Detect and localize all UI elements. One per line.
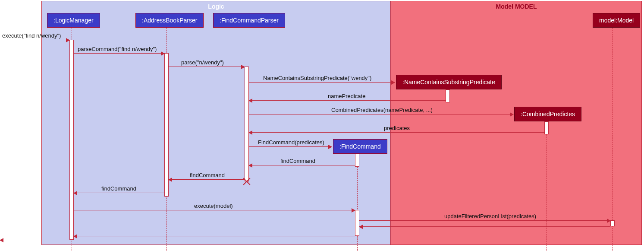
container-logic-title: Logic — [208, 3, 224, 10]
arrow-findcommand-return3 — [74, 193, 164, 193]
lifeline-model — [613, 28, 613, 251]
arrow-parse — [169, 67, 245, 67]
arrow-predicates-return — [249, 132, 544, 133]
arrow-findcommand-return2 — [169, 179, 245, 180]
arrow-external-return — [0, 240, 69, 240]
activation-model — [610, 220, 615, 226]
arrow-parsecommand — [74, 53, 164, 54]
arrow-update-list — [359, 220, 610, 221]
participant-combined-predicates: :CombinedPredictes — [514, 107, 581, 121]
msg-execute-find: execute("find n/wendy") — [2, 32, 61, 39]
lifeline-find-command — [357, 154, 358, 251]
msg-update-list: updateFilteredPersonList(predicates) — [444, 213, 536, 219]
arrow-execute-return — [74, 236, 355, 236]
arrow-name-predicate-create — [249, 82, 395, 83]
msg-name-predicate-return: namePredicate — [328, 93, 365, 99]
msg-findcommand-return2: findCommand — [190, 172, 225, 178]
arrow-execute-find — [0, 40, 69, 40]
msg-parsecommand: parseCommand("find n/wendy") — [78, 46, 157, 52]
msg-findcommand-return3: findCommand — [101, 185, 136, 192]
msg-name-predicate-create: NameContainsSubstringPredicate("wendy") — [263, 75, 371, 81]
msg-findcommand-create: FindCommand(predicates) — [258, 139, 324, 146]
activation-find-command-execute — [355, 210, 359, 236]
activation-logic-manager — [69, 40, 74, 240]
participant-name-predicate: :NameContainsSubstringPredicate — [396, 75, 502, 89]
participant-logic-manager: :LogicManager — [47, 13, 100, 28]
participant-find-command: :FindCommand — [333, 139, 387, 154]
msg-parse: parse("n/wendy") — [181, 59, 224, 66]
container-model: Model MODEL — [391, 1, 642, 245]
arrow-execute-model — [74, 210, 355, 210]
arrow-combined-create — [249, 114, 513, 114]
msg-findcommand-return1: findCommand — [280, 158, 315, 164]
arrow-findcommand-return1 — [249, 165, 355, 165]
activation-find-command-create — [355, 154, 359, 167]
activation-name-predicate — [446, 89, 450, 102]
msg-execute-model: execute(model) — [194, 203, 233, 209]
msg-predicates-return: predicates — [384, 125, 410, 131]
sequence-diagram: Logic Model MODEL :LogicManager :Address… — [0, 0, 644, 251]
container-model-title: Model MODEL — [496, 3, 537, 10]
destroy-findcommand-parser — [243, 178, 251, 185]
arrow-update-list-return — [359, 226, 610, 227]
activation-addressbook-parser — [164, 53, 169, 197]
activation-combined-predicates — [544, 121, 549, 134]
arrow-name-predicate-return — [249, 100, 446, 101]
participant-model: model:Model — [593, 13, 640, 28]
participant-findcommand-parser: :FindCommandParser — [213, 13, 285, 28]
lifeline-combined-predicates — [547, 121, 547, 251]
participant-addressbook-parser: :AddressBookParser — [135, 13, 204, 28]
arrow-findcommand-create — [249, 146, 332, 147]
msg-combined-create: CombinedPredicates(namePredicate, ...) — [331, 107, 433, 113]
